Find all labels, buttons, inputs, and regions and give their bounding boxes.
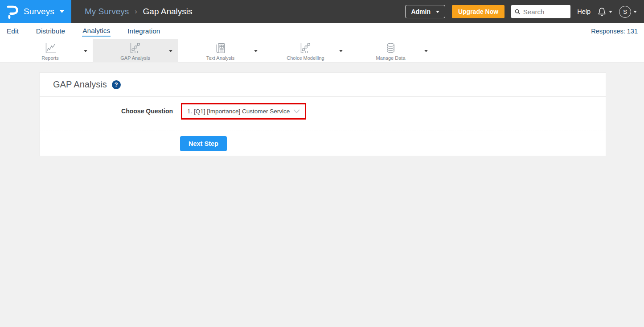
scatter-chart-icon — [299, 42, 312, 54]
breadcrumb: My Surveys › Gap Analysis — [85, 7, 192, 17]
chevron-down-icon — [436, 11, 439, 13]
tab-integration[interactable]: Integration — [127, 26, 160, 36]
question-select[interactable]: 1. [Q1] [Importance] Customer Service — [182, 104, 305, 118]
search-icon — [515, 8, 521, 15]
search-box — [511, 5, 570, 18]
scatter-chart-icon — [128, 42, 142, 54]
toolbar-item-label: Text Analysis — [206, 55, 235, 61]
breadcrumb-separator-icon: › — [135, 8, 137, 16]
chevron-down-icon[interactable] — [339, 50, 343, 52]
toolbar-item-reports[interactable]: Reports — [8, 39, 93, 62]
toolbar-item-label: Choice Modelling — [287, 55, 324, 61]
help-link[interactable]: Help — [577, 8, 591, 15]
proprofs-logo-icon — [7, 4, 18, 19]
line-chart-icon — [44, 42, 57, 54]
panel-header: GAP Analysis ? — [40, 73, 606, 97]
admin-menu-button[interactable]: Admin — [405, 5, 445, 18]
toolbar-item-label: Manage Data — [376, 55, 405, 61]
breadcrumb-current: Gap Analysis — [143, 7, 193, 17]
help-icon[interactable]: ? — [112, 80, 121, 89]
admin-label: Admin — [411, 8, 431, 15]
toolbar-item-text-analysis[interactable]: Text Analysis — [178, 39, 263, 62]
next-step-button[interactable]: Next Step — [180, 136, 227, 151]
chevron-down-icon — [609, 11, 612, 13]
gap-analysis-panel: GAP Analysis ? Choose Question 1. [Q1] [… — [39, 72, 606, 156]
upgrade-now-button[interactable]: Upgrade Now — [452, 5, 505, 18]
toolbar-item-manage-data[interactable]: Manage Data — [348, 39, 433, 62]
analytics-toolbar: Reports GAP Analysis — [0, 39, 644, 62]
chevron-down-icon[interactable] — [169, 50, 172, 52]
chevron-down-icon — [60, 10, 64, 13]
tab-analytics[interactable]: Analytics — [82, 26, 111, 37]
responses-count: Responses: 131 — [591, 28, 638, 35]
chevron-down-icon — [633, 11, 637, 13]
product-name: Surveys — [24, 7, 54, 17]
document-icon — [214, 42, 227, 54]
toolbar-item-label: GAP Analysis — [120, 55, 150, 61]
action-row: Next Step — [40, 131, 606, 156]
notifications-menu[interactable] — [597, 7, 612, 17]
account-menu[interactable]: S — [619, 6, 637, 18]
chevron-down-icon[interactable] — [84, 50, 87, 52]
breadcrumb-my-surveys[interactable]: My Surveys — [85, 7, 129, 17]
avatar: S — [619, 6, 631, 18]
topbar: Surveys My Surveys › Gap Analysis Admin … — [0, 0, 644, 23]
tab-distribute[interactable]: Distribute — [36, 26, 66, 36]
annotation-highlight-box: 1. [Q1] [Importance] Customer Service — [181, 103, 306, 120]
choose-question-label: Choose Question — [40, 108, 173, 115]
page-title: GAP Analysis — [53, 79, 107, 90]
database-icon — [385, 42, 397, 54]
chevron-down-icon — [293, 109, 300, 113]
surveys-menu[interactable]: Surveys — [0, 0, 71, 23]
search-input[interactable] — [523, 8, 567, 16]
chevron-down-icon[interactable] — [424, 50, 428, 52]
toolbar-item-choice-modelling[interactable]: Choice Modelling — [263, 39, 348, 62]
question-select-value: 1. [Q1] [Importance] Customer Service — [187, 108, 290, 115]
bell-icon — [597, 7, 607, 17]
main-content: GAP Analysis ? Choose Question 1. [Q1] [… — [0, 62, 644, 327]
chevron-down-icon[interactable] — [254, 50, 258, 52]
toolbar-item-label: Reports — [41, 55, 59, 61]
topbar-actions: Admin Upgrade Now Help S — [405, 5, 644, 18]
survey-nav: Edit Distribute Analytics Integration Re… — [0, 23, 644, 39]
tab-edit[interactable]: Edit — [6, 26, 19, 36]
toolbar-item-gap-analysis[interactable]: GAP Analysis — [93, 39, 178, 62]
choose-question-row: Choose Question 1. [Q1] [Importance] Cus… — [40, 97, 606, 131]
